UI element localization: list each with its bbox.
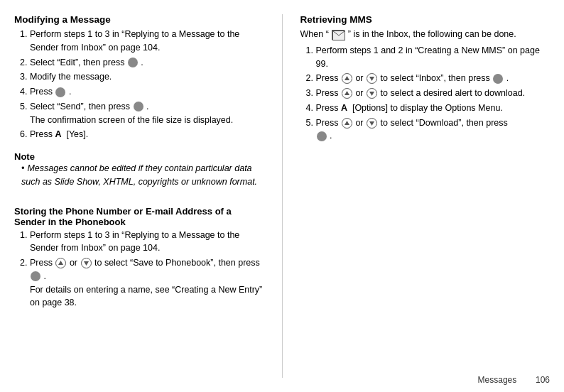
center-button-icon xyxy=(128,58,138,67)
step6-a-letter: A xyxy=(55,129,61,139)
storing-steps: Perform steps 1 to 3 in “Replying to a M… xyxy=(14,229,264,310)
step-1: Perform steps 1 to 3 in “Replying to a M… xyxy=(30,28,264,55)
nav-up-icon xyxy=(55,258,66,268)
section-retrieving: Retrieving MMS When “ ” is in the Inbox,… xyxy=(300,14,551,144)
section-modifying: Modifying a Message Perform steps 1 to 3… xyxy=(14,14,264,143)
retrieving-steps: Perform steps 1 and 2 in “Creating a New… xyxy=(300,44,551,143)
svg-marker-1 xyxy=(58,261,63,265)
step-4: Press . xyxy=(30,85,264,99)
center-button-icon-3 xyxy=(134,102,143,111)
step-5: Select “Send”, then press .The confirmat… xyxy=(30,100,264,127)
nav-down-icon-r3 xyxy=(367,88,377,99)
mms-inbox-icon xyxy=(332,30,345,40)
center-button-icon-2 xyxy=(55,87,65,97)
ret-step-5: Press or to select “ xyxy=(316,116,551,143)
nav-down-icon-r5 xyxy=(367,118,377,129)
svg-marker-10 xyxy=(369,77,374,81)
center-button-r2 xyxy=(493,74,503,84)
nav-up-icon-r2 xyxy=(342,73,352,84)
section-retrieving-title: Retrieving MMS xyxy=(300,14,551,25)
svg-marker-8 xyxy=(345,76,349,80)
note-section: Note Messages cannot be edited if they c… xyxy=(14,151,264,189)
svg-marker-12 xyxy=(345,91,349,95)
section-modifying-title: Modifying a Message xyxy=(14,14,264,25)
ret-step-2: Press or to select “ xyxy=(316,72,551,85)
nav-down-icon xyxy=(81,258,92,268)
modifying-steps: Perform steps 1 to 3 in “Replying to a M… xyxy=(14,28,264,141)
section-storing: Storing the Phone Number or E-mail Addre… xyxy=(14,200,264,312)
left-column: Modifying a Message Perform steps 1 to 3… xyxy=(14,14,264,378)
step-6: Press A [Yes]. xyxy=(30,128,264,141)
svg-marker-16 xyxy=(345,121,349,125)
svg-marker-3 xyxy=(84,261,89,266)
center-button-icon-store xyxy=(31,271,40,281)
step-3: Modify the message. xyxy=(30,70,264,84)
note-label: Note xyxy=(14,151,264,162)
footer-page: 106 xyxy=(536,375,550,385)
column-divider xyxy=(282,14,283,378)
svg-marker-14 xyxy=(369,92,374,96)
right-column: Retrieving MMS When “ ” is in the Inbox,… xyxy=(300,14,551,378)
footer-label: Messages xyxy=(478,375,517,385)
nav-up-icon-r3 xyxy=(342,88,352,99)
step-2: Select “Edit”, then press . xyxy=(30,56,264,70)
storing-step-1: Perform steps 1 to 3 in “Replying to a M… xyxy=(30,229,264,256)
ret-step-4: Press A [Options] to display the Options… xyxy=(316,102,551,115)
footer-spacer xyxy=(519,375,533,385)
note-text: Messages cannot be edited if they contai… xyxy=(14,162,264,189)
nav-down-icon-r2 xyxy=(367,73,377,84)
retrieving-intro: When “ ” is in the Inbox, the following … xyxy=(300,28,551,41)
page-container: Modifying a Message Perform steps 1 to 3… xyxy=(0,0,564,392)
section-storing-title: Storing the Phone Number or E-mail Addre… xyxy=(14,206,264,227)
nav-up-icon-r5 xyxy=(342,118,352,129)
svg-marker-18 xyxy=(369,121,374,126)
step4-a-letter: A xyxy=(341,103,347,113)
storing-step-2: Press or to select “ xyxy=(30,256,264,310)
ret-step-3: Press or to select a xyxy=(316,87,551,100)
ret-step-1: Perform steps 1 and 2 in “Creating a New… xyxy=(316,44,551,71)
center-button-r5 xyxy=(317,131,327,141)
footer: Messages 106 xyxy=(422,368,564,392)
